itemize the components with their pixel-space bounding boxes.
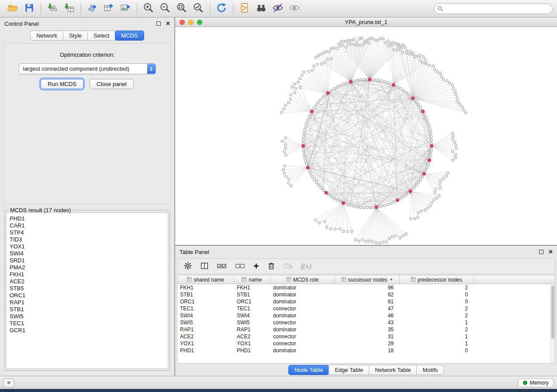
open-file-button[interactable]	[4, 2, 21, 16]
table-row[interactable]: PHD1PHD1dominator180	[177, 347, 550, 354]
float-panel-icon[interactable]	[156, 21, 161, 26]
scrollbar-thumb[interactable]	[551, 285, 554, 339]
column-header-predecessor-nodes[interactable]: predecessor nodes	[400, 275, 474, 284]
result-node-item[interactable]: YOX1	[7, 243, 168, 250]
tab-mcds[interactable]: MCDS	[115, 31, 144, 41]
float-table-panel-icon[interactable]	[539, 250, 543, 254]
import-network-button[interactable]	[44, 2, 61, 16]
show-panels-button[interactable]: ≡	[3, 378, 14, 387]
close-panel-icon[interactable]: ×	[166, 21, 170, 26]
result-node-item[interactable]: TEC1	[7, 320, 168, 327]
run-mcds-button[interactable]: Run MCDS	[41, 79, 83, 89]
result-node-item[interactable]: FKH1	[7, 271, 168, 278]
mcds-result-list[interactable]: PHD1CAR1STP4TID3YOX1SWI4SRD1PMA2FKH1ACE2…	[6, 213, 168, 369]
result-node-item[interactable]: CAR1	[7, 222, 168, 229]
list-icon: ≡	[7, 379, 10, 386]
export-table-button[interactable]	[100, 2, 117, 16]
network-canvas[interactable]	[175, 28, 557, 245]
application-window: Control Panel × NetworkStyleSelectMCDS O…	[0, 0, 557, 389]
result-node-item[interactable]: PHD1	[7, 215, 168, 222]
export-network-button[interactable]	[84, 2, 100, 16]
close-panel-button[interactable]: Close panel	[90, 79, 134, 89]
network-graph[interactable]	[175, 28, 556, 246]
tab-motifs[interactable]: Motifs	[416, 365, 444, 375]
cell-name: SWI4	[234, 312, 270, 319]
result-node-item[interactable]: STP4	[7, 229, 168, 236]
zoom-out-button[interactable]	[157, 2, 173, 16]
sort-dropdown-icon[interactable]: ▼	[390, 278, 393, 282]
memory-button[interactable]: Memory	[518, 378, 554, 387]
table-row[interactable]: ACE2ACE2connector311	[177, 333, 550, 340]
close-window-icon[interactable]	[180, 20, 185, 25]
table-row[interactable]: SWI4SWI4dominator462	[177, 312, 550, 319]
network-window-titlebar[interactable]: YPA_prune.txt_1	[175, 17, 557, 27]
cell-succ: 35	[335, 326, 400, 333]
mcds-tab-content: Optimization criterion: largest connecte…	[3, 43, 171, 204]
result-node-item[interactable]: SWI4	[7, 250, 168, 257]
control-panel-tabs: NetworkStyleSelectMCDS	[0, 31, 174, 41]
add-column-button[interactable]: +	[253, 262, 259, 270]
table-row[interactable]: FKH1FKH1dominator962	[177, 284, 550, 291]
tab-style[interactable]: Style	[63, 31, 88, 41]
minimize-window-icon[interactable]	[188, 20, 194, 25]
cell-role: connector	[270, 333, 335, 340]
export-image-button[interactable]	[117, 2, 134, 16]
tab-select[interactable]: Select	[87, 31, 115, 41]
share-document-icon	[239, 3, 250, 14]
search-icon	[437, 6, 443, 13]
result-node-item[interactable]: GCR1	[7, 327, 168, 334]
cell-succ: 96	[335, 284, 400, 291]
maximize-window-icon[interactable]	[197, 20, 202, 25]
table-row[interactable]: RAP1RAP1dominator352	[177, 326, 550, 333]
toolbar-separator	[137, 3, 137, 14]
table-row[interactable]: TEC1TEC1connector472	[177, 305, 550, 312]
result-node-item[interactable]: STB1	[7, 306, 168, 313]
result-node-item[interactable]: TID3	[7, 236, 168, 243]
save-button[interactable]	[21, 2, 38, 16]
search-input[interactable]	[434, 3, 553, 14]
tab-node-table[interactable]: Node Table	[288, 365, 329, 375]
column-header-label: predecessor nodes	[418, 277, 462, 283]
deselect-all-button[interactable]	[235, 261, 246, 272]
column-header-name[interactable]: name	[234, 275, 270, 284]
zoom-selected-icon	[193, 2, 204, 15]
table-row[interactable]: ORC1ORC1dominator610	[177, 298, 550, 305]
import-table-button[interactable]	[61, 2, 77, 16]
share-document-button[interactable]	[236, 2, 253, 16]
table-body[interactable]: FKH1FKH1dominator962STB1STB1dominator620…	[177, 284, 550, 363]
table-header-row: shared namenameMCDS rolesuccessor nodes▼…	[177, 275, 555, 284]
result-node-item[interactable]: STB5	[7, 285, 168, 292]
column-header-shared-name[interactable]: shared name	[177, 275, 234, 284]
table-scrollbar[interactable]	[550, 284, 555, 363]
zoom-in-button[interactable]	[140, 2, 157, 16]
table-row[interactable]: SWI5SWI5connector431	[177, 319, 550, 326]
result-node-item[interactable]: ORC1	[7, 292, 168, 299]
column-header-successor-nodes[interactable]: successor nodes▼	[335, 275, 400, 284]
column-header-MCDS-role[interactable]: MCDS role	[270, 275, 335, 284]
result-node-item[interactable]: ACE2	[7, 278, 168, 285]
show-columns-button[interactable]	[200, 261, 209, 272]
show-all-button[interactable]	[286, 2, 303, 16]
table-row[interactable]: YOX1YOX1connector291	[177, 340, 550, 347]
apply-layout-button[interactable]	[213, 2, 230, 16]
result-node-item[interactable]: RAP1	[7, 299, 168, 306]
tab-network[interactable]: Network	[30, 31, 63, 41]
delete-column-button[interactable]	[267, 261, 276, 272]
table-row[interactable]: STB1STB1dominator620	[177, 291, 550, 298]
zoom-fit-button[interactable]	[173, 2, 190, 16]
close-table-panel-icon[interactable]: ×	[549, 250, 553, 254]
cell-shared_name: ORC1	[177, 298, 234, 305]
tab-edge-table[interactable]: Edge Table	[329, 365, 369, 375]
zoom-selected-button[interactable]	[190, 2, 207, 16]
tab-network-table[interactable]: Network Table	[369, 365, 417, 375]
columns-icon	[200, 261, 209, 272]
result-node-item[interactable]: PMA2	[7, 264, 168, 271]
result-node-item[interactable]: SWI5	[7, 313, 168, 320]
select-all-button[interactable]	[217, 261, 227, 272]
result-node-item[interactable]: SRD1	[7, 257, 168, 264]
control-panel-title: Control Panel	[4, 21, 156, 27]
criterion-select[interactable]: largest connected component (undirected)	[19, 63, 156, 74]
hide-selected-button[interactable]	[270, 2, 286, 16]
table-settings-button[interactable]	[183, 261, 192, 272]
find-button[interactable]	[253, 2, 270, 16]
